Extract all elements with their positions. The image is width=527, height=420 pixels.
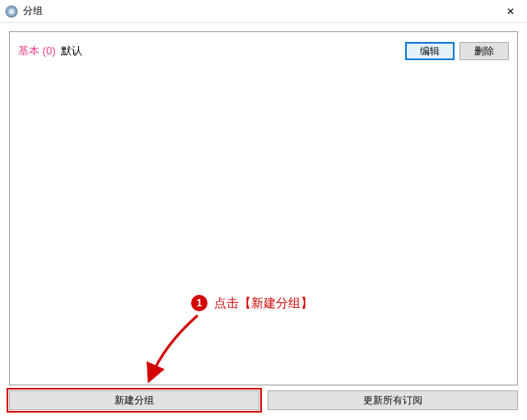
app-icon <box>5 5 18 18</box>
window-title: 分组 <box>23 4 43 18</box>
titlebar: 分组 ✕ <box>0 0 527 23</box>
group-name-label: 基本 (0) <box>18 44 56 58</box>
bottom-toolbar: 新建分组 更新所有订阅 <box>9 390 518 410</box>
group-row[interactable]: 基本 (0) 默认 编辑 删除 <box>10 32 517 70</box>
svg-point-1 <box>9 8 15 14</box>
group-list-panel: 基本 (0) 默认 编辑 删除 <box>9 31 518 385</box>
edit-button[interactable]: 编辑 <box>405 42 455 60</box>
close-icon: ✕ <box>506 6 515 17</box>
close-button[interactable]: ✕ <box>494 0 527 23</box>
new-group-button[interactable]: 新建分组 <box>9 390 259 410</box>
delete-button[interactable]: 删除 <box>459 42 509 60</box>
group-default-label: 默认 <box>61 44 82 58</box>
update-all-button[interactable]: 更新所有订阅 <box>268 390 518 410</box>
